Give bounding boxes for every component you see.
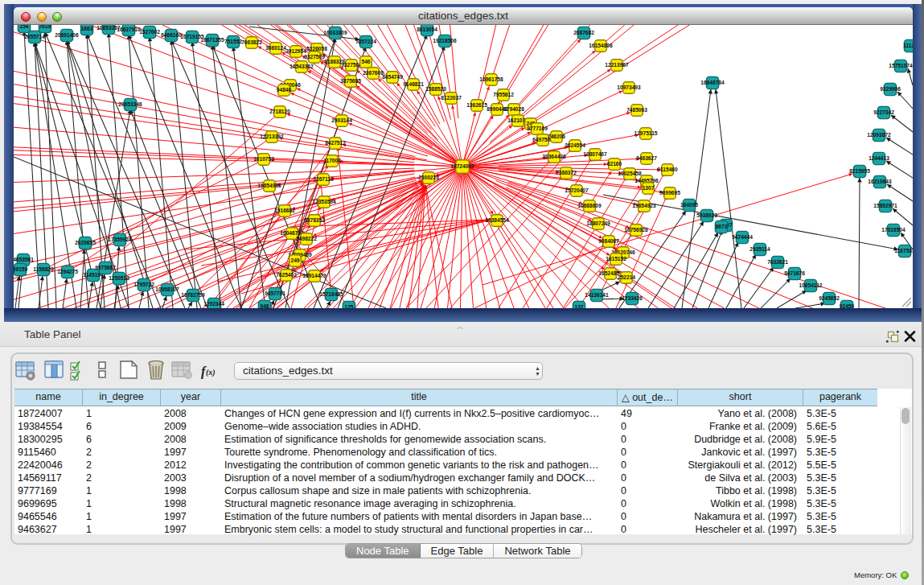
svg-text:1795722: 1795722: [133, 282, 154, 287]
svg-text:1294275: 1294275: [57, 269, 78, 274]
svg-text:125: 125: [344, 304, 353, 308]
svg-text:17359924: 17359924: [108, 237, 132, 242]
svg-text:20691406: 20691406: [55, 32, 79, 38]
svg-text:10973493: 10973493: [617, 84, 641, 90]
svg-text:3660124: 3660124: [265, 45, 286, 51]
svg-text:9975867: 9975867: [95, 265, 116, 270]
svg-text:16914479: 16914479: [302, 273, 326, 278]
svg-text:1733426: 1733426: [622, 295, 643, 301]
svg-text:15892971: 15892971: [873, 203, 897, 208]
svg-text:2087682: 2087682: [573, 30, 594, 35]
svg-text:94846: 94846: [277, 87, 292, 93]
svg-text:6466160: 6466160: [161, 32, 182, 38]
svg-text:10807467: 10807467: [583, 151, 607, 157]
svg-text:18724007: 18724007: [450, 163, 474, 169]
svg-text:3624554: 3624554: [565, 142, 585, 148]
svg-text:7386372: 7386372: [556, 170, 577, 175]
svg-text:12213392: 12213392: [260, 134, 284, 139]
svg-text:8454749: 8454749: [382, 74, 403, 80]
svg-text:16637910: 16637910: [117, 27, 141, 32]
svg-text:15716485: 15716485: [319, 291, 343, 297]
svg-text:4653561: 4653561: [14, 257, 34, 262]
svg-text:19654986: 19654986: [257, 183, 281, 188]
svg-text:3912954: 3912954: [285, 48, 306, 54]
svg-text:18807249: 18807249: [586, 220, 610, 226]
svg-text:9245652: 9245652: [819, 295, 840, 301]
svg-text:1615152: 1615152: [606, 256, 626, 262]
svg-text:8878352: 8878352: [304, 217, 325, 223]
svg-text:1167533: 1167533: [894, 248, 913, 253]
svg-text:16961758: 16961758: [479, 76, 503, 82]
svg-text:1663: 1663: [81, 26, 93, 31]
svg-text:2055714: 2055714: [24, 34, 45, 39]
svg-text:8215955: 8215955: [849, 168, 870, 174]
svg-text:9146821: 9146821: [403, 81, 424, 87]
svg-text:16210643: 16210643: [868, 179, 892, 184]
svg-text:2020655: 2020655: [75, 240, 96, 245]
svg-text:7625402: 7625402: [276, 272, 297, 278]
svg-text:12353594: 12353594: [312, 199, 336, 204]
svg-text:16033809: 16033809: [323, 30, 347, 35]
svg-text:746206: 746206: [548, 134, 565, 139]
svg-text:12093872: 12093872: [867, 132, 891, 138]
svg-text:8471676: 8471676: [784, 270, 805, 276]
svg-text:164095: 164095: [680, 202, 698, 208]
svg-text:7619: 7619: [39, 25, 51, 29]
svg-text:2300213: 2300213: [418, 175, 439, 180]
svg-text:16671355: 16671355: [200, 37, 224, 43]
svg-text:2935114: 2935114: [749, 246, 770, 252]
svg-text:10756928: 10756928: [624, 227, 648, 233]
svg-text:1307: 1307: [643, 185, 655, 191]
svg-text:5938923: 5938923: [696, 212, 717, 218]
svg-text:10688609: 10688609: [577, 203, 602, 208]
svg-text:1010752: 1010752: [253, 156, 274, 162]
svg-text:7857224: 7857224: [355, 39, 376, 44]
svg-text:1588520: 1588520: [425, 86, 446, 92]
svg-text:19384554: 19384554: [485, 217, 509, 223]
svg-text:252214: 252214: [618, 274, 635, 280]
svg-text:1156829: 1156829: [33, 266, 54, 272]
svg-text:15720407: 15720407: [565, 187, 589, 193]
svg-text:2718120: 2718120: [269, 109, 290, 114]
svg-text:9474444: 9474444: [732, 234, 753, 240]
svg-text:154: 154: [19, 25, 28, 29]
svg-text:1250513: 1250513: [109, 275, 129, 281]
svg-text:7632621: 7632621: [767, 259, 788, 265]
svg-text:3875685: 3875685: [340, 78, 361, 84]
svg-text:7955812: 7955812: [493, 92, 514, 97]
svg-text:2903144: 2903144: [331, 117, 352, 123]
svg-text:9115460: 9115460: [657, 167, 678, 172]
svg-text:19654923: 19654923: [632, 203, 656, 208]
svg-text:7663822: 7663822: [241, 39, 262, 45]
svg-text:10025458: 10025458: [618, 171, 642, 176]
svg-text:15751074: 15751074: [889, 63, 913, 68]
svg-text:249: 249: [290, 257, 299, 263]
svg-text:8122037: 8122037: [441, 95, 462, 101]
svg-text:8813054: 8813054: [417, 27, 437, 32]
svg-text:9457791: 9457791: [265, 290, 285, 296]
svg-text:19218506: 19218506: [433, 38, 457, 43]
svg-text:546: 546: [361, 59, 370, 64]
svg-text:948: 948: [260, 303, 269, 308]
svg-text:1362615: 1362615: [466, 102, 487, 108]
svg-text:6673: 6673: [716, 224, 728, 229]
svg-text:1916682: 1916682: [274, 208, 295, 213]
svg-text:16154808: 16154808: [589, 43, 613, 48]
svg-text:9327505: 9327505: [341, 62, 362, 68]
svg-text:16648784: 16648784: [700, 80, 725, 85]
svg-text:16543362: 16543362: [290, 64, 314, 69]
svg-text:1244413: 1244413: [869, 155, 889, 161]
svg-text:751552: 751552: [224, 39, 242, 44]
svg-text:9463627: 9463627: [636, 155, 657, 161]
svg-text:7485063: 7485063: [626, 107, 647, 113]
svg-text:9329906: 9329906: [880, 86, 901, 92]
svg-text:(x): (x): [206, 368, 216, 377]
svg-text:9227342: 9227342: [873, 109, 894, 115]
svg-text:9327509: 9327509: [304, 54, 325, 60]
svg-text:3267110: 3267110: [313, 176, 334, 182]
svg-text:5498222: 5498222: [296, 236, 317, 241]
svg-text:17016504: 17016504: [881, 227, 906, 233]
svg-text:6794028: 6794028: [503, 106, 524, 112]
svg-text:1527602: 1527602: [139, 29, 160, 35]
svg-text:9699695: 9699695: [659, 190, 680, 196]
